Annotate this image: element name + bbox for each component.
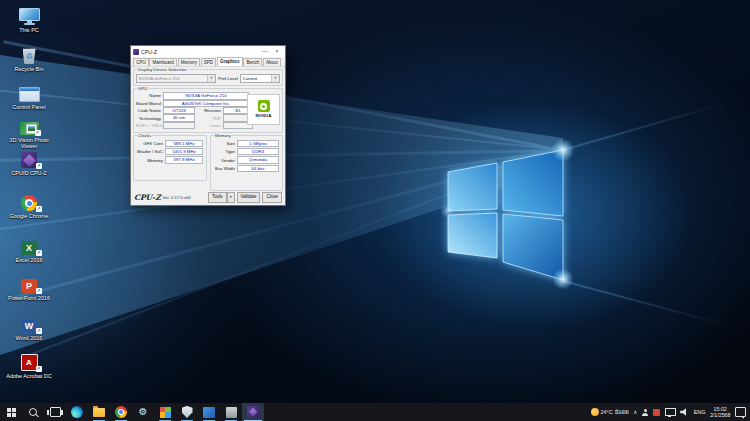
close-button[interactable]: Close (262, 192, 282, 203)
task-view-button[interactable] (44, 403, 66, 421)
shortcut-arrow-icon: ↗ (36, 288, 42, 294)
desktop-icon-excel[interactable]: X ↗ Excel 2016 (2, 236, 56, 263)
field-label: Size (213, 141, 237, 146)
desktop-icon-label: 3D Vision Photo Viewer (5, 137, 53, 149)
tray-person-icon[interactable] (642, 409, 649, 416)
taskbar-chrome[interactable] (110, 403, 132, 421)
desktop-icon-this-pc[interactable]: This PC (2, 6, 56, 33)
tab-bench[interactable]: Bench (243, 58, 262, 66)
perf-level-select[interactable]: Current ▾ (240, 74, 280, 83)
tab-graphics[interactable]: Graphics (217, 57, 243, 66)
volume-icon[interactable] (680, 408, 689, 416)
cpuz-icon (21, 152, 37, 168)
desktop-icon-3d-vision[interactable]: ↗ 3D Vision Photo Viewer (2, 116, 56, 149)
technology-value: 40 nm (163, 114, 195, 121)
desktop-icon-recycle-bin[interactable]: ♻ Recycle Bin (2, 45, 56, 72)
gpu-name-value: NVIDIA GeForce 210 (163, 92, 249, 99)
tray-monitor-icon[interactable] (665, 408, 676, 416)
shortcut-arrow-icon: ↗ (36, 163, 42, 169)
chevron-down-icon: ▾ (271, 75, 279, 82)
field-label: Technology (136, 116, 163, 121)
taskbar-edge[interactable] (66, 403, 88, 421)
taskbar-app-mosaic[interactable] (154, 403, 176, 421)
gfx-core-value: 589.1 MHz (165, 140, 203, 147)
clocks-group: Clocks GFX Core 589.1 MHz Shader / SoC 1… (133, 135, 207, 182)
tab-cpu[interactable]: CPU (133, 58, 149, 66)
close-window-button[interactable]: × (271, 46, 283, 57)
control-panel-icon (19, 87, 40, 102)
field-label: Revision (195, 108, 223, 113)
memory-clock-value: 597.9 MHz (165, 156, 203, 163)
board-manuf-value: ASUSTeK Computer Inc. (163, 100, 249, 107)
validate-button[interactable]: Validate (237, 192, 261, 203)
wallpaper (0, 0, 750, 403)
memory-vendor-value: Qimonda (237, 156, 279, 163)
field-label: Type (213, 149, 237, 154)
mosaic-app-icon (160, 407, 171, 418)
desktop-icon-acrobat[interactable]: A ↗ Adobe Acrobat DC (2, 352, 56, 379)
cpuz-window: CPU-Z — × CPU Mainboard Memory SPD Graph… (130, 45, 286, 206)
field-label: Memory (136, 158, 165, 163)
taskbar-cpuz[interactable] (242, 403, 264, 421)
desktop-icon-google-chrome[interactable]: ↗ Google Chrome (2, 192, 56, 219)
cpuz-brand-logo: CPU-Z (134, 193, 161, 202)
excel-icon: X (21, 241, 37, 255)
clock-date: 2/1/2568 (710, 412, 731, 418)
tab-about[interactable]: About (263, 58, 281, 66)
shortcut-arrow-icon: ↗ (36, 250, 42, 256)
taskbar-file-explorer[interactable] (88, 403, 110, 421)
weather-sun-icon (591, 408, 599, 416)
desktop-icon-label: PowerPoint 2016 (8, 295, 50, 301)
tray-red-app-icon[interactable] (653, 409, 660, 416)
taskbar-weather-widget[interactable]: 24°C มีแดด (591, 408, 629, 416)
field-label: Bus Width (213, 166, 237, 171)
desktop-icon-label: Control Panel (12, 104, 45, 110)
weather-temperature: 24°C (601, 409, 613, 415)
display-device-select[interactable]: NVIDIA GeForce 210 ▾ (136, 74, 216, 83)
memory-type-value: DDR3 (237, 148, 279, 155)
taskbar-search-button[interactable] (22, 403, 44, 421)
tray-chevron-up-icon[interactable]: ∧ (633, 409, 637, 415)
group-label: Memory (214, 133, 232, 138)
gear-icon: ⚙ (139, 407, 148, 417)
taskbar-app-gray[interactable] (220, 403, 242, 421)
gray-app-icon (226, 407, 237, 418)
desktop-icon-powerpoint[interactable]: P ↗ PowerPoint 2016 (2, 274, 56, 301)
tab-memory[interactable]: Memory (178, 58, 201, 66)
desktop-icon-word[interactable]: W ↗ Word 2016 (2, 314, 56, 341)
recycle-bin-icon: ♻ (23, 48, 36, 64)
title-bar[interactable]: CPU-Z — × (131, 46, 285, 57)
desktop-icon-control-panel[interactable]: Control Panel (2, 83, 56, 110)
start-button[interactable] (0, 403, 22, 421)
desktop-icon-label: This PC (19, 27, 39, 33)
field-label: Shader / SoC (136, 149, 165, 154)
blue-app-icon (203, 407, 215, 418)
acrobat-icon: A (21, 354, 38, 371)
tab-spd[interactable]: SPD (201, 58, 217, 66)
taskbar-defender[interactable] (176, 403, 198, 421)
action-center-icon[interactable] (735, 407, 746, 417)
taskbar: ⚙ 24°C มีแดด ∧ ENG 15:02 2/1/2568 (0, 403, 750, 421)
desktop-icon-cpuid-cpuz[interactable]: ↗ CPUID CPU-Z (2, 149, 56, 176)
desktop-icon-label: CPUID CPU-Z (11, 170, 46, 176)
chevron-down-icon: ▾ (207, 75, 215, 82)
tools-dropdown-arrow[interactable]: ▾ (227, 192, 235, 203)
gpu-group: GPU Name NVIDIA GeForce 210 Board Manuf.… (133, 88, 283, 133)
folder-icon (93, 408, 105, 417)
field-label: Name (136, 93, 163, 98)
memory-size-value: 1 GBytes (237, 140, 279, 147)
taskbar-clock[interactable]: 15:02 2/1/2568 (710, 406, 731, 419)
language-indicator[interactable]: ENG (694, 409, 706, 415)
rops-value (163, 122, 195, 129)
field-label: Cores (195, 123, 223, 128)
tab-mainboard[interactable]: Mainboard (149, 58, 177, 66)
cpuz-icon (247, 406, 259, 418)
corner-flare (552, 268, 574, 290)
desktop-icon-label: Adobe Acrobat DC (6, 373, 52, 379)
minimize-button[interactable]: — (259, 46, 271, 57)
taskbar-settings[interactable]: ⚙ (132, 403, 154, 421)
memory-group: Memory Size 1 GBytes Type DDR3 Vendor Qi… (210, 135, 283, 192)
tools-button[interactable]: Tools (208, 192, 227, 203)
nvidia-logo: NVIDIA (247, 94, 280, 125)
taskbar-app-blue[interactable] (198, 403, 220, 421)
